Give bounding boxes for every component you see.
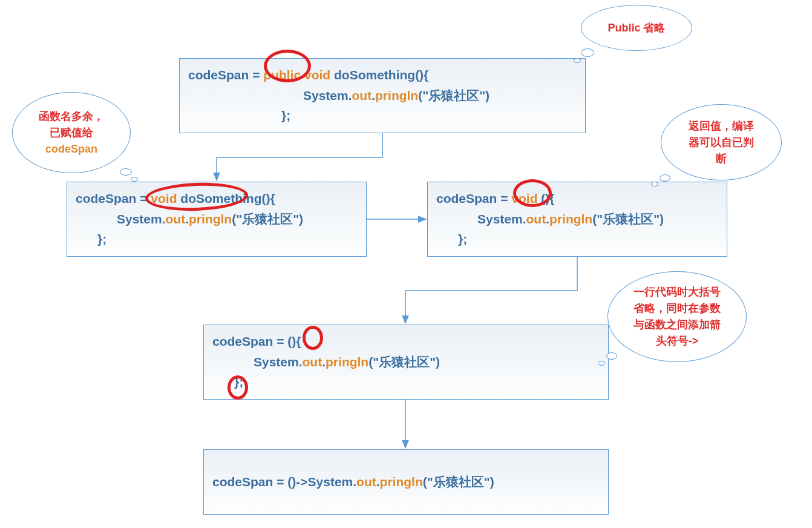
- callout-text: 器可以自已判: [689, 134, 754, 151]
- code-line: };: [436, 229, 718, 249]
- text: System.: [117, 212, 166, 226]
- callout-tail: [660, 174, 670, 182]
- callout-text: 一行代码时大括号: [634, 284, 721, 300]
- callout-text: 已赋值给: [39, 125, 104, 141]
- callout-return: 返回值，编译 器可以自已判 断: [661, 104, 782, 180]
- keyword: pringln: [189, 212, 232, 226]
- text: };: [281, 108, 290, 122]
- callout-tail: [598, 361, 605, 366]
- text: codeSpan =: [436, 191, 511, 205]
- callout-tail: [574, 58, 581, 63]
- keyword: pringln: [375, 88, 418, 102]
- text: codeSpan = ()->System.: [212, 475, 356, 489]
- code-box-5: codeSpan = ()->System.out.pringln("乐猿社区"…: [203, 449, 609, 515]
- text: codeSpan =: [76, 191, 151, 205]
- callout-tail: [606, 352, 617, 360]
- code-line: System.out.pringln("乐猿社区"): [188, 85, 577, 106]
- code-line: System.out.pringln("乐猿社区"): [76, 209, 358, 229]
- keyword: out: [356, 475, 376, 489]
- code-line: codeSpan = ()->System.out.pringln("乐猿社区"…: [212, 472, 494, 492]
- code-line: };: [188, 105, 577, 126]
- text: };: [97, 232, 106, 246]
- circle-mark-void: [513, 179, 552, 207]
- keyword: out: [303, 355, 323, 369]
- text: codeSpan = (: [212, 334, 292, 348]
- callout-tail: [651, 182, 658, 186]
- keyword: pringln: [549, 212, 592, 226]
- text: codeSpan =: [188, 68, 263, 82]
- text: System.: [303, 88, 352, 102]
- code-line: System.out.pringln("乐猿社区"): [212, 352, 600, 372]
- code-box-4: codeSpan = (){ System.out.pringln("乐猿社区"…: [203, 325, 609, 400]
- callout-text: 返回值，编译: [689, 118, 754, 134]
- callout-text: 与函数之间添加箭: [634, 317, 721, 333]
- text: ("乐猿社区"): [418, 88, 489, 102]
- code-line: codeSpan = public void doSomething(){: [188, 65, 577, 85]
- keyword: pringln: [326, 355, 368, 369]
- callout-tail: [120, 168, 132, 176]
- callout-tail: [131, 177, 138, 182]
- keyword: out: [166, 212, 186, 226]
- callout-text: 函数名多余，: [39, 108, 104, 125]
- keyword: out: [526, 212, 546, 226]
- text: System.: [477, 212, 526, 226]
- code-line: codeSpan = void (){: [436, 188, 718, 209]
- code-line: System.out.pringln("乐猿社区"): [436, 209, 718, 229]
- code-box-1: codeSpan = public void doSomething(){ Sy…: [179, 58, 586, 133]
- text: ("乐猿社区"): [232, 212, 303, 226]
- code-line: codeSpan = (){: [212, 331, 600, 352]
- callout-text: 省略，同时在参数: [634, 300, 721, 317]
- callout-public: Public 省略: [581, 5, 692, 51]
- text: ("乐猿社区"): [368, 355, 440, 369]
- text: ){: [292, 334, 301, 348]
- callout-text: Public 省略: [607, 20, 665, 36]
- text: System.: [254, 355, 303, 369]
- text: ("乐猿社区"): [423, 475, 494, 489]
- text: ("乐猿社区"): [592, 212, 664, 226]
- keyword: pringln: [380, 475, 423, 489]
- code-box-3: codeSpan = void (){ System.out.pringln("…: [427, 182, 727, 257]
- circle-mark-brace-open: [303, 326, 323, 350]
- circle-mark-public: [264, 50, 311, 82]
- text: doSomething(){: [330, 68, 428, 82]
- code-line: };: [76, 229, 358, 249]
- callout-text: codeSpan: [39, 141, 104, 157]
- callout-text: 断: [689, 151, 754, 167]
- callout-braces: 一行代码时大括号 省略，同时在参数 与函数之间添加箭 头符号->: [607, 271, 747, 362]
- code-line: };: [212, 372, 600, 392]
- text: };: [458, 232, 467, 246]
- callout-tail: [581, 48, 594, 57]
- circle-mark-brace-close: [228, 375, 248, 400]
- keyword: out: [352, 88, 372, 102]
- callout-funcname: 函数名多余， 已赋值给 codeSpan: [12, 92, 131, 173]
- callout-text: 头符号->: [634, 333, 721, 349]
